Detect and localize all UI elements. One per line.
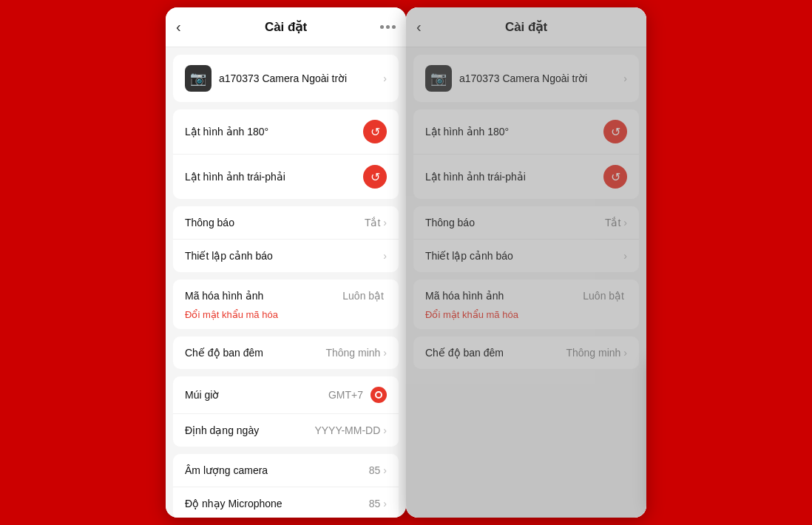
right-nightmode-section: Chế độ ban đêm Thông minh › [413, 336, 639, 369]
left-header: ‹ Cài đặt [166, 7, 406, 47]
screen-left: ‹ Cài đặt a170373 Camera Ngoài trời › [166, 7, 406, 518]
right-camera-icon [425, 65, 452, 92]
right-flip-180-label: Lật hình ảnh 180° [425, 126, 603, 138]
right-back-button[interactable]: ‹ [416, 18, 422, 35]
right-flip-section: Lật hình ảnh 180° ↺ Lật hình ảnh trái-ph… [413, 109, 639, 199]
right-nightmode-chevron: › [623, 347, 627, 359]
left-header-dots[interactable] [380, 25, 396, 29]
left-timezone-item[interactable]: Múi giờ GMT+7 [173, 376, 399, 414]
dot-1 [380, 25, 384, 29]
right-alert-label: Thiết lập cảnh báo [425, 250, 623, 262]
right-change-pw-link[interactable]: Đổi mật khẩu mã hóa [413, 306, 639, 329]
left-rotate-lr-icon: ↺ [363, 165, 387, 189]
left-nightmode-value: Thông minh [325, 347, 380, 359]
left-encryption-item[interactable]: Mã hóa hình ảnh Luôn bật [173, 280, 399, 306]
right-notification-chevron: › [623, 217, 627, 228]
right-nightmode-value: Thông minh [566, 347, 620, 359]
left-camera-icon [185, 65, 212, 92]
right-flip-180-item[interactable]: Lật hình ảnh 180° ↺ [413, 109, 639, 155]
left-dateformat-item[interactable]: Định dạng ngày YYYY-MM-DD › [173, 414, 399, 447]
left-notification-label: Thông báo [185, 217, 365, 228]
left-header-title: Cài đặt [265, 19, 307, 35]
left-flip-lr-item[interactable]: Lật hình ảnh trái-phải ↺ [173, 155, 399, 199]
left-camvol-value: 85 [369, 464, 381, 476]
right-encryption-label: Mã hóa hình ảnh [425, 290, 583, 302]
left-settings-list: a170373 Camera Ngoài trời › Lật hình ảnh… [166, 47, 406, 518]
right-encryption-section: Mã hóa hình ảnh Luôn bật Đổi mật khẩu mã… [413, 280, 639, 329]
left-camvol-chevron: › [383, 464, 387, 476]
right-header: ‹ Cài đặt [406, 7, 646, 47]
right-alert-chevron: › [623, 250, 627, 262]
left-nightmode-chevron: › [383, 347, 387, 359]
right-notification-value: Tắt [605, 217, 620, 228]
left-camera-item[interactable]: a170373 Camera Ngoài trời › [173, 55, 399, 102]
left-notification-value: Tắt [365, 217, 380, 228]
dot-2 [386, 25, 390, 29]
right-alert-item[interactable]: Thiết lập cảnh báo › [413, 240, 639, 272]
left-camvol-label: Âm lượng camera [185, 464, 369, 476]
right-nightmode-label: Chế độ ban đêm [425, 347, 566, 359]
left-encryption-section: Mã hóa hình ảnh Luôn bật Đổi mật khẩu mã… [173, 280, 399, 329]
left-mic-label: Độ nhạy Microphone [185, 498, 369, 509]
right-flip-lr-item[interactable]: Lật hình ảnh trái-phải ↺ [413, 155, 639, 199]
screen-right: ‹ Cài đặt a170373 Camera Ngoài trời › Lậ… [406, 7, 646, 518]
right-rotate-lr-icon: ↺ [603, 165, 627, 189]
left-encryption-label: Mã hóa hình ảnh [185, 290, 342, 302]
left-nightmode-item[interactable]: Chế độ ban đêm Thông minh › [173, 336, 399, 369]
screens-container: ‹ Cài đặt a170373 Camera Ngoài trời › [166, 7, 646, 518]
left-nightmode-label: Chế độ ban đêm [185, 347, 325, 359]
left-alert-label: Thiết lập cảnh báo [185, 250, 383, 262]
left-mic-item[interactable]: Độ nhạy Microphone 85 › [173, 487, 399, 518]
right-header-title: Cài đặt [505, 19, 547, 35]
left-timezone-label: Múi giờ [185, 389, 328, 401]
right-flip-lr-label: Lật hình ảnh trái-phải [425, 171, 603, 183]
right-camera-item[interactable]: a170373 Camera Ngoài trời › [413, 55, 639, 102]
left-flip-section: Lật hình ảnh 180° ↺ Lật hình ảnh trái-ph… [173, 109, 399, 199]
left-dateformat-chevron: › [383, 424, 387, 436]
right-camera-section: a170373 Camera Ngoài trời › [413, 55, 639, 102]
left-encryption-value: Luôn bật [342, 290, 384, 302]
left-camvol-item[interactable]: Âm lượng camera 85 › [173, 454, 399, 487]
left-volume-section: Âm lượng camera 85 › Độ nhạy Microphone … [173, 454, 399, 518]
left-back-button[interactable]: ‹ [176, 18, 181, 35]
left-change-pw-link[interactable]: Đổi mật khẩu mã hóa [173, 306, 399, 329]
left-flip-lr-label: Lật hình ảnh trái-phải [185, 171, 363, 183]
left-dateformat-value: YYYY-MM-DD [314, 424, 380, 436]
right-encryption-value: Luôn bật [583, 290, 624, 302]
right-encryption-item[interactable]: Mã hóa hình ảnh Luôn bật [413, 280, 639, 306]
right-notification-label: Thông báo [425, 217, 605, 228]
left-rotate-180-icon: ↺ [363, 120, 387, 143]
right-notification-section: Thông báo Tắt › Thiết lập cảnh báo › [413, 206, 639, 272]
right-camera-label: a170373 Camera Ngoài trời [459, 72, 623, 84]
left-nightmode-section: Chế độ ban đêm Thông minh › [173, 336, 399, 369]
left-camera-label: a170373 Camera Ngoài trời [219, 72, 383, 84]
left-dateformat-label: Định dạng ngày [185, 424, 314, 436]
left-flip-180-label: Lật hình ảnh 180° [185, 126, 363, 138]
right-rotate-180-icon: ↺ [603, 120, 627, 143]
dot-3 [392, 25, 396, 29]
right-camera-chevron: › [623, 72, 627, 84]
left-mic-chevron: › [383, 498, 387, 509]
left-timezone-value: GMT+7 [328, 389, 363, 401]
left-notification-item[interactable]: Thông báo Tắt › [173, 206, 399, 240]
right-nightmode-item[interactable]: Chế độ ban đêm Thông minh › [413, 336, 639, 369]
left-mic-value: 85 [369, 498, 381, 509]
left-flip-180-item[interactable]: Lật hình ảnh 180° ↺ [173, 109, 399, 155]
left-camera-chevron: › [383, 72, 387, 84]
left-alert-chevron: › [383, 250, 387, 262]
right-notification-item[interactable]: Thông báo Tắt › [413, 206, 639, 240]
left-notification-section: Thông báo Tắt › Thiết lập cảnh báo › [173, 206, 399, 272]
left-timezone-section: Múi giờ GMT+7 Định dạng ngày YYYY-MM-DD … [173, 376, 399, 447]
left-gmt-badge [371, 387, 387, 403]
left-gmt-badge-inner [375, 391, 382, 399]
left-notification-chevron: › [383, 217, 387, 228]
left-camera-section: a170373 Camera Ngoài trời › [173, 55, 399, 102]
left-alert-item[interactable]: Thiết lập cảnh báo › [173, 240, 399, 272]
right-settings-list: a170373 Camera Ngoài trời › Lật hình ảnh… [406, 47, 646, 518]
